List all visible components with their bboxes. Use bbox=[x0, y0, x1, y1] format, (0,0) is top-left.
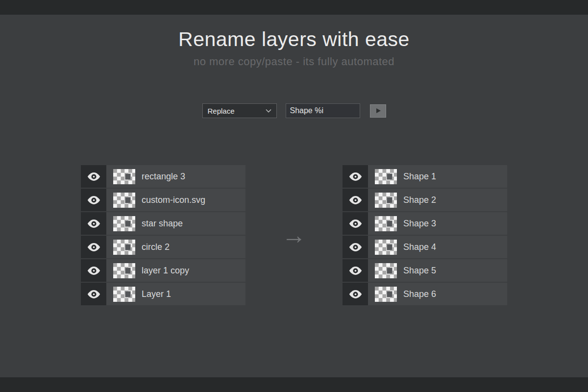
eye-icon bbox=[87, 219, 100, 228]
layer-row[interactable]: Shape 5 bbox=[343, 259, 507, 282]
layer-content: Layer 1 bbox=[106, 283, 245, 305]
page: { "header": { "title": "Rename layers wi… bbox=[0, 0, 588, 392]
layer-thumbnail bbox=[113, 263, 135, 278]
run-button[interactable] bbox=[370, 104, 386, 118]
layer-thumbnail bbox=[113, 287, 135, 302]
layer-name: Shape 2 bbox=[403, 195, 436, 205]
layers-panel-after: Shape 1 Shape 2 Shape 3 Shape 4 bbox=[343, 165, 507, 305]
rename-toolbar: Replace bbox=[0, 103, 588, 118]
layer-content: rectangle 3 bbox=[106, 165, 245, 188]
layer-name: Shape 1 bbox=[403, 172, 436, 182]
layer-content: custom-icon.svg bbox=[106, 189, 245, 211]
thumbnail-icon bbox=[387, 268, 392, 274]
eye-icon bbox=[349, 196, 362, 205]
layer-row[interactable]: layer 1 copy bbox=[81, 259, 245, 282]
visibility-toggle[interactable] bbox=[81, 165, 106, 188]
chevron-down-icon bbox=[266, 109, 271, 113]
thumbnail-icon bbox=[387, 173, 392, 180]
page-subtitle: no more copy/paste - its fully automated bbox=[0, 55, 588, 68]
layer-row[interactable]: Layer 1 bbox=[81, 283, 245, 305]
eye-icon bbox=[87, 172, 100, 181]
thumbnail-icon bbox=[387, 220, 392, 227]
layer-thumbnail bbox=[113, 193, 135, 208]
layer-content: Shape 2 bbox=[368, 189, 507, 211]
layer-content: Shape 4 bbox=[368, 236, 507, 258]
thumbnail-icon bbox=[387, 244, 392, 250]
layer-row[interactable]: rectangle 3 bbox=[81, 165, 245, 188]
thumbnail-icon bbox=[387, 291, 392, 297]
visibility-toggle[interactable] bbox=[343, 165, 368, 188]
eye-icon bbox=[87, 243, 100, 252]
layer-content: Shape 6 bbox=[368, 283, 507, 305]
visibility-toggle[interactable] bbox=[343, 259, 368, 282]
layer-row[interactable]: circle 2 bbox=[81, 236, 245, 258]
thumbnail-icon bbox=[125, 197, 131, 203]
layer-row[interactable]: custom-icon.svg bbox=[81, 189, 245, 211]
transform-arrow-icon: → bbox=[279, 220, 309, 250]
layer-name: Layer 1 bbox=[142, 289, 171, 299]
layer-name: layer 1 copy bbox=[142, 266, 189, 276]
layer-row[interactable]: Shape 1 bbox=[343, 165, 507, 188]
visibility-toggle[interactable] bbox=[81, 283, 106, 305]
layer-row[interactable]: Shape 3 bbox=[343, 212, 507, 235]
visibility-toggle[interactable] bbox=[81, 236, 106, 258]
layer-row[interactable]: Shape 6 bbox=[343, 283, 507, 305]
thumbnail-icon bbox=[125, 220, 131, 227]
layer-content: Shape 3 bbox=[368, 212, 507, 235]
eye-icon bbox=[349, 172, 362, 181]
visibility-toggle[interactable] bbox=[343, 236, 368, 258]
layer-name: Shape 4 bbox=[403, 242, 436, 252]
layer-name: Shape 3 bbox=[403, 219, 436, 229]
thumbnail-icon bbox=[125, 291, 131, 297]
visibility-toggle[interactable] bbox=[343, 283, 368, 305]
eye-icon bbox=[349, 266, 362, 275]
pattern-input[interactable] bbox=[286, 103, 360, 118]
thumbnail-icon bbox=[125, 244, 131, 250]
layer-thumbnail bbox=[375, 263, 397, 278]
layer-content: Shape 5 bbox=[368, 259, 507, 282]
layer-name: custom-icon.svg bbox=[142, 195, 205, 205]
eye-icon bbox=[349, 219, 362, 228]
layer-thumbnail bbox=[113, 216, 135, 231]
visibility-toggle[interactable] bbox=[81, 189, 106, 211]
layer-thumbnail bbox=[375, 216, 397, 231]
mode-select[interactable]: Replace bbox=[202, 103, 277, 118]
layer-thumbnail bbox=[375, 193, 397, 208]
layer-thumbnail bbox=[375, 240, 397, 255]
layer-thumbnail bbox=[375, 287, 397, 302]
layer-name: rectangle 3 bbox=[142, 172, 185, 182]
layer-row[interactable]: star shape bbox=[81, 212, 245, 235]
layer-thumbnail bbox=[113, 240, 135, 255]
layer-content: circle 2 bbox=[106, 236, 245, 258]
visibility-toggle[interactable] bbox=[343, 189, 368, 211]
play-icon bbox=[376, 108, 381, 113]
thumbnail-icon bbox=[387, 197, 392, 203]
layer-name: star shape bbox=[142, 219, 183, 229]
top-bar bbox=[0, 0, 588, 15]
layer-row[interactable]: Shape 2 bbox=[343, 189, 507, 211]
thumbnail-icon bbox=[125, 173, 131, 180]
visibility-toggle[interactable] bbox=[81, 212, 106, 235]
mode-select-value: Replace bbox=[208, 107, 235, 115]
visibility-toggle[interactable] bbox=[343, 212, 368, 235]
layer-thumbnail bbox=[113, 169, 135, 184]
visibility-toggle[interactable] bbox=[81, 259, 106, 282]
thumbnail-icon bbox=[125, 268, 131, 274]
eye-icon bbox=[87, 196, 100, 205]
layer-content: star shape bbox=[106, 212, 245, 235]
layer-row[interactable]: Shape 4 bbox=[343, 236, 507, 258]
layer-content: Shape 1 bbox=[368, 165, 507, 188]
layer-name: Shape 5 bbox=[403, 266, 436, 276]
eye-icon bbox=[349, 243, 362, 252]
eye-icon bbox=[87, 290, 100, 299]
bottom-bar bbox=[0, 377, 588, 392]
eye-icon bbox=[349, 290, 362, 299]
eye-icon bbox=[87, 266, 100, 275]
page-title: Rename layers with ease bbox=[0, 28, 588, 51]
layer-thumbnail bbox=[375, 169, 397, 184]
layer-name: circle 2 bbox=[142, 242, 170, 252]
layers-panel-before: rectangle 3 custom-icon.svg star shape c… bbox=[81, 165, 245, 305]
layer-content: layer 1 copy bbox=[106, 259, 245, 282]
layer-name: Shape 6 bbox=[403, 289, 436, 299]
